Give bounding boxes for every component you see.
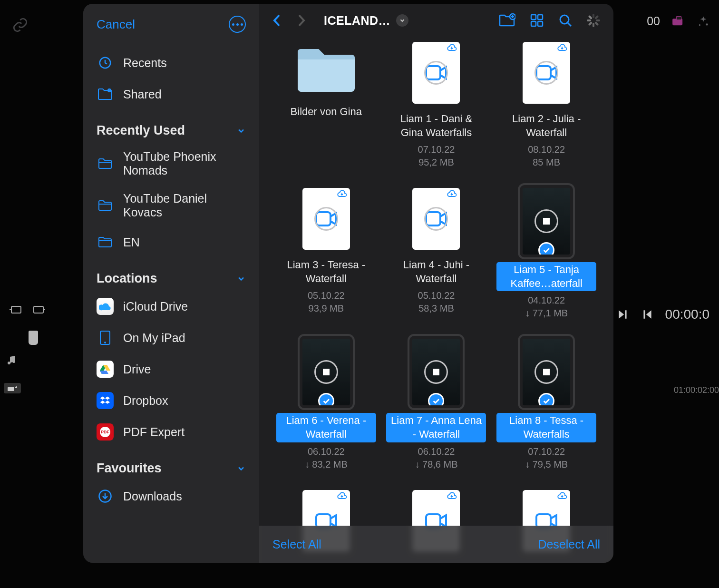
folder-title: ICELAND… [324,14,390,28]
file-browser-main: ICELAND… Bilder von GinaLiam 1 - Dani & … [259,4,613,563]
section-header-recently-used[interactable]: Recently Used [97,118,246,143]
download-progress-icon[interactable] [424,360,448,384]
file-item[interactable]: Liam 6 - Verena - Waterfall06.10.22↓ 83,… [276,339,376,470]
timecode-top: 00 [647,14,660,28]
sidebar-item-pdfexpert[interactable]: PDF PDF Expert [97,416,246,448]
file-meta: 06.10.22↓ 78,6 MB [415,445,457,471]
file-grid[interactable]: Bilder von GinaLiam 1 - Dani & Gina Wate… [259,37,613,563]
video-thumbnail[interactable] [412,188,460,250]
section-header-locations[interactable]: Locations [97,266,246,291]
svg-rect-17 [538,15,543,20]
svg-rect-16 [531,15,536,20]
sidebar-item-folder[interactable]: YouTube Daniel Kovacs [97,185,246,226]
timeline-marker-label: 01:00:02:00 [674,385,719,395]
sidebar-item-folder[interactable]: EN [97,226,246,258]
new-folder-button[interactable] [498,13,515,28]
more-options-button[interactable] [229,16,246,33]
sidebar-item-label: Drive [123,363,151,376]
sidebar-item-dropbox[interactable]: Dropbox [97,385,246,416]
chevron-down-icon [236,464,246,473]
video-thumbnail[interactable] [302,188,350,250]
file-item[interactable]: Liam 4 - Juhi - Waterfall05.10.2258,3 MB [386,188,486,320]
file-meta: 05.10.2293,9 MB [308,289,345,315]
video-thumbnail[interactable] [412,42,460,104]
deselect-all-button[interactable]: Deselect All [538,538,600,551]
svg-point-13 [105,342,106,343]
sidebar-item-label: On My iPad [123,331,185,345]
selected-check-icon [538,242,554,255]
folder-thumbnail[interactable] [293,42,360,97]
section-header-favourites[interactable]: Favourites [97,456,246,480]
svg-rect-18 [531,21,536,26]
download-progress-icon[interactable] [534,61,558,85]
clip-left-icon[interactable] [10,304,24,315]
prev-icon[interactable] [641,308,653,321]
download-progress-icon[interactable] [534,209,558,233]
zoom-slider-handle[interactable] [29,331,38,345]
timecode-right: 00:00:0 [665,307,709,322]
selected-check-icon [318,393,334,405]
sidebar-item-shared[interactable]: Shared [97,78,246,110]
view-mode-button[interactable] [530,13,544,28]
back-button[interactable] [272,13,282,28]
file-item[interactable]: Liam 5 - Tanja Kaffee…aterfall04.10.22↓ … [496,188,596,320]
chevron-down-icon [396,14,408,27]
add-track-icon[interactable] [4,383,21,393]
clip-right-icon[interactable] [31,304,45,315]
track-controls [0,304,57,334]
file-item[interactable]: Liam 1 - Dani & Gina Waterfalls07.10.229… [386,42,486,169]
svg-rect-19 [538,21,543,26]
file-item[interactable]: Liam 3 - Teresa - Waterfall05.10.2293,9 … [276,188,376,320]
cloud-icon [337,190,347,197]
sidebar-item-downloads[interactable]: Downloads [97,480,246,512]
next-icon[interactable] [617,308,629,321]
file-item[interactable]: Liam 2 - Julia - Waterfall08.10.2285 MB [496,42,596,169]
file-item[interactable]: Liam 7 - Anna Lena - Waterfall06.10.22↓ … [386,339,486,470]
video-thumbnail[interactable] [523,42,570,104]
file-meta: 07.10.2295,2 MB [418,143,455,169]
file-picker-modal: Cancel Recents Shared Recently Used [83,4,613,563]
selected-check-icon [428,393,444,405]
sidebar-item-gdrive[interactable]: Drive [97,353,246,385]
transport-controls: 00:00:0 [617,307,709,322]
sidebar-item-label: YouTube Phoenix Nomads [123,150,246,177]
image-thumbnail[interactable] [523,188,570,255]
download-progress-icon[interactable] [314,207,338,231]
image-thumbnail[interactable] [412,339,460,405]
selection-bar: Select All Deselect All [259,526,613,563]
camera-icon[interactable] [672,16,685,27]
pdfexpert-icon: PDF [97,423,114,441]
sidebar-item-label: Downloads [123,490,182,503]
sidebar-item-label: Shared [123,88,162,101]
sidebar-section-favourites: Favourites Downloads [97,456,246,512]
folder-title-button[interactable]: ICELAND… [324,14,408,28]
sidebar-item-recents[interactable]: Recents [97,47,246,78]
search-button[interactable] [558,13,573,28]
chevron-down-icon [236,126,246,136]
shared-folder-icon [97,86,114,103]
download-progress-icon[interactable] [314,360,338,384]
file-item[interactable]: Bilder von Gina [276,42,376,169]
sidebar-section-recently-used: Recently Used YouTube Phoenix Nomads You… [97,118,246,258]
image-thumbnail[interactable] [302,339,350,405]
section-title: Locations [97,271,157,286]
sidebar-item-label: PDF Expert [123,425,185,439]
svg-rect-5 [34,306,43,313]
file-name: Liam 2 - Julia - Waterfall [496,111,596,140]
cloud-icon [447,492,457,500]
image-thumbnail[interactable] [523,339,570,405]
file-item[interactable]: Liam 8 - Tessa - Waterfalls07.10.22↓ 79,… [496,339,596,470]
sidebar-item-icloud[interactable]: iCloud Drive [97,291,246,322]
svg-point-2 [706,23,708,25]
download-circle-icon [97,488,114,505]
sparkle-icon[interactable] [697,15,709,28]
download-progress-icon[interactable] [534,360,558,384]
sidebar-item-ipad[interactable]: On My iPad [97,322,246,353]
sidebar-item-folder[interactable]: YouTube Phoenix Nomads [97,143,246,185]
music-icon[interactable] [6,354,17,366]
file-name: Liam 5 - Tanja Kaffee…aterfall [496,262,596,291]
selected-check-icon [538,393,554,405]
svg-point-20 [560,15,569,24]
cancel-button[interactable]: Cancel [97,17,135,32]
select-all-button[interactable]: Select All [272,538,321,551]
